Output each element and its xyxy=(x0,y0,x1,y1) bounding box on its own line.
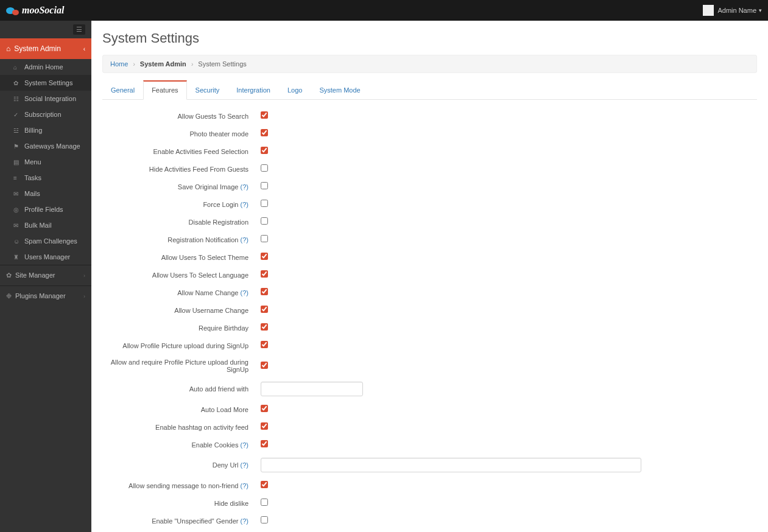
form-row: Enable hashtag on activity feed xyxy=(102,418,757,436)
sidebar-item[interactable]: ☳Billing xyxy=(0,122,91,138)
setting-checkbox[interactable] xyxy=(261,164,268,172)
breadcrumb-system-admin: System Admin xyxy=(140,60,186,68)
setting-checkbox[interactable] xyxy=(261,516,268,523)
setting-checkbox[interactable] xyxy=(261,288,268,295)
setting-checkbox[interactable] xyxy=(261,129,268,136)
setting-checkbox[interactable] xyxy=(261,306,268,313)
form-row: Hide Activities Feed From Guests xyxy=(102,160,757,178)
sidebar-toggle[interactable]: ☰ xyxy=(0,21,91,38)
tab-system-mode[interactable]: System Mode xyxy=(311,80,368,100)
setting-checkbox[interactable] xyxy=(261,341,268,348)
chevron-right-icon: › xyxy=(191,61,193,68)
sidebar-item[interactable]: ✉Mails xyxy=(0,186,91,201)
sidebar-item[interactable]: ♜Users Manager xyxy=(0,249,91,265)
setting-checkbox[interactable] xyxy=(261,422,268,430)
help-hint[interactable]: (?) xyxy=(241,441,248,449)
setting-checkbox[interactable] xyxy=(261,182,268,189)
help-hint[interactable]: (?) xyxy=(241,517,248,525)
sidebar-group-site-manager[interactable]: ✿Site Manager › xyxy=(0,265,91,285)
chevron-right-icon: › xyxy=(83,273,85,279)
breadcrumb-home[interactable]: Home xyxy=(110,60,128,68)
tab-logo[interactable]: Logo xyxy=(279,80,311,100)
form-label: Registration Notification (?) xyxy=(102,236,261,243)
setting-checkbox[interactable] xyxy=(261,440,268,447)
gear-icon: ✿ xyxy=(6,271,12,279)
form-control xyxy=(261,129,268,138)
help-hint[interactable]: (?) xyxy=(241,482,248,489)
form-control xyxy=(261,516,268,525)
form-control xyxy=(261,440,268,449)
setting-checkbox[interactable] xyxy=(261,217,268,225)
setting-checkbox[interactable] xyxy=(261,111,268,119)
menu-icon: ☺ xyxy=(13,238,21,245)
sidebar-item[interactable]: ⌂Admin Home xyxy=(0,59,91,75)
topbar: mooSocial Admin Name ▾ xyxy=(0,0,768,21)
sidebar-item[interactable]: ≡Tasks xyxy=(0,170,91,186)
setting-text-input[interactable] xyxy=(261,382,363,396)
form-label: Disable Registration xyxy=(102,219,261,226)
user-name: Admin Name xyxy=(717,7,756,14)
menu-icon: ⌂ xyxy=(13,64,21,71)
sidebar-item[interactable]: ⚑Gateways Manage xyxy=(0,138,91,154)
form-control xyxy=(261,288,268,297)
sidebar-item-label: Users Manager xyxy=(24,253,70,261)
setting-text-input[interactable] xyxy=(261,458,641,472)
brand-logo[interactable]: mooSocial xyxy=(6,5,64,16)
help-hint[interactable]: (?) xyxy=(241,236,248,243)
form-label: Enable hashtag on activity feed xyxy=(102,424,261,431)
sidebar-item-label: Gateways Manage xyxy=(24,142,80,150)
sidebar-item[interactable]: ✓Subscription xyxy=(0,107,91,122)
setting-checkbox[interactable] xyxy=(261,481,268,488)
form-row: Deny Url (?) xyxy=(102,453,757,477)
tab-general[interactable]: General xyxy=(102,80,143,100)
sidebar-item[interactable]: ☺Spam Challenges xyxy=(0,233,91,249)
setting-checkbox[interactable] xyxy=(261,499,268,506)
tab-integration[interactable]: Intergration xyxy=(228,80,279,100)
setting-checkbox[interactable] xyxy=(261,405,268,412)
help-hint[interactable]: (?) xyxy=(241,289,248,296)
sidebar-group-label: Site Manager xyxy=(15,271,55,279)
sidebar-item-label: Social Integration xyxy=(24,95,76,102)
tabs: General Features Security Intergration L… xyxy=(102,80,757,100)
user-menu[interactable]: Admin Name ▾ xyxy=(703,5,762,16)
form-control xyxy=(261,499,268,508)
sidebar-item-label: Billing xyxy=(24,127,42,134)
menu-icon: ☳ xyxy=(13,127,21,134)
sidebar-item[interactable]: ✉Bulk Mail xyxy=(0,217,91,233)
form-control xyxy=(261,405,268,414)
sidebar-group-label: System Admin xyxy=(14,44,61,53)
form-row: Hide dislike xyxy=(102,494,757,512)
form-label: Photo theater mode xyxy=(102,130,261,138)
setting-checkbox[interactable] xyxy=(261,270,268,278)
form-row: Auto Load More xyxy=(102,401,757,418)
logo-bubble-icon xyxy=(12,10,19,15)
setting-checkbox[interactable] xyxy=(261,323,268,331)
form-row: Enable "Unspecified" Gender (?) xyxy=(102,512,757,530)
sidebar-item-label: Tasks xyxy=(24,174,41,181)
menu-icon: ✉ xyxy=(13,222,21,229)
sidebar-group-plugins-manager[interactable]: ❉Plugins Manager › xyxy=(0,285,91,306)
setting-checkbox[interactable] xyxy=(261,200,268,207)
menu-icon: ☷ xyxy=(13,96,21,102)
setting-checkbox[interactable] xyxy=(261,147,268,154)
form-control xyxy=(261,270,268,279)
sidebar-item[interactable]: ☷Social Integration xyxy=(0,91,91,107)
sidebar-group-label: Plugins Manager xyxy=(15,292,66,299)
tab-security[interactable]: Security xyxy=(187,80,228,100)
chevron-left-icon: ‹ xyxy=(83,46,85,52)
tab-features[interactable]: Features xyxy=(143,80,186,100)
help-hint[interactable]: (?) xyxy=(241,461,248,469)
form-label: Allow Profile Picture upload during Sign… xyxy=(102,342,261,349)
sidebar-item[interactable]: ◎Profile Fields xyxy=(0,201,91,217)
sidebar-item[interactable]: ▤Menu xyxy=(0,154,91,170)
avatar xyxy=(703,5,714,16)
form-label: Force Login (?) xyxy=(102,201,261,208)
setting-checkbox[interactable] xyxy=(261,253,268,260)
help-hint[interactable]: (?) xyxy=(241,201,248,208)
sidebar-group-system-admin[interactable]: ⌂System Admin ‹ xyxy=(0,38,91,59)
help-hint[interactable]: (?) xyxy=(241,183,248,191)
setting-checkbox[interactable] xyxy=(261,362,268,369)
menu-icon: ▤ xyxy=(13,159,21,166)
sidebar-item[interactable]: ✿System Settings xyxy=(0,75,91,91)
setting-checkbox[interactable] xyxy=(261,235,268,242)
